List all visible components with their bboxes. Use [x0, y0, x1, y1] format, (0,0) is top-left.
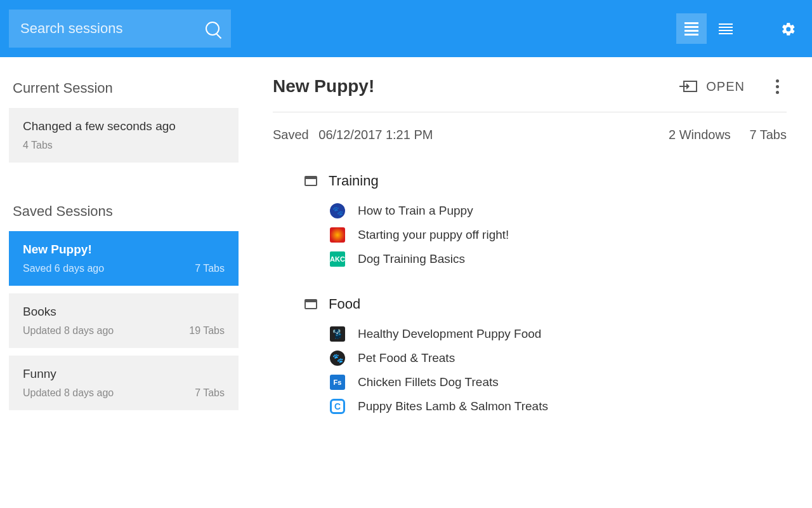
tab-title: Pet Food & Treats	[358, 351, 455, 365]
current-session-card[interactable]: Changed a few seconds ago 4 Tabs	[9, 108, 239, 163]
current-session-subtitle: 4 Tabs	[23, 140, 53, 151]
search-input[interactable]	[20, 20, 200, 37]
saved-label: Saved	[273, 128, 309, 142]
favicon-icon: C	[330, 399, 345, 414]
tab-title: Puppy Bites Lamb & Salmon Treats	[358, 399, 548, 413]
search-icon	[206, 22, 219, 36]
open-button[interactable]: OPEN	[683, 79, 745, 94]
detail-title: New Puppy!	[273, 76, 374, 97]
saved-session-left: Updated 8 days ago	[23, 387, 114, 399]
tabs-count: 7 Tabs	[749, 128, 787, 142]
tab-item[interactable]: FsChicken Fillets Dog Treats	[330, 375, 787, 390]
saved-session-title: Books	[23, 305, 225, 319]
tab-item[interactable]: Healthy Development Puppy Food	[330, 326, 787, 342]
tab-title: Dog Training Basics	[358, 252, 465, 266]
tab-item[interactable]: AKCDog Training Basics	[330, 251, 787, 267]
tab-title: Chicken Fillets Dog Treats	[358, 375, 499, 389]
window-name: Training	[329, 173, 379, 189]
detail-meta: Saved 06/12/2017 1:21 PM 2 Windows 7 Tab…	[273, 128, 787, 142]
saved-session-right: 19 Tabs	[189, 325, 225, 337]
tab-title: Starting your puppy off right!	[358, 228, 509, 242]
lines-thin-icon	[719, 23, 733, 34]
tab-item[interactable]: Pet Food & Treats	[330, 351, 787, 366]
sidebar: Current Session Changed a few seconds ag…	[0, 57, 247, 508]
view-list-button[interactable]	[710, 13, 741, 44]
saved-session-right: 7 Tabs	[195, 263, 225, 274]
window-group: TrainingHow to Train a PuppyStarting you…	[273, 173, 787, 267]
view-compact-button[interactable]	[676, 13, 707, 44]
more-button[interactable]	[768, 79, 787, 94]
favicon-icon	[330, 351, 345, 366]
saved-session-left: Saved 6 days ago	[23, 263, 104, 274]
tab-title: How to Train a Puppy	[358, 204, 473, 218]
saved-session-title: New Puppy!	[23, 243, 225, 257]
window-name: Food	[329, 296, 360, 312]
favicon-icon: AKC	[330, 251, 345, 267]
favicon-icon	[330, 326, 345, 342]
saved-session-right: 7 Tabs	[195, 387, 225, 399]
current-session-heading: Current Session	[13, 80, 239, 97]
favicon-icon	[330, 203, 345, 218]
favicon-icon: Fs	[330, 375, 345, 390]
gear-icon	[781, 22, 795, 36]
saved-sessions-heading: Saved Sessions	[13, 203, 239, 220]
window-icon	[304, 176, 317, 186]
tab-item[interactable]: How to Train a Puppy	[330, 203, 787, 218]
settings-button[interactable]	[773, 13, 803, 44]
search-field[interactable]	[9, 10, 231, 48]
saved-session-card[interactable]: BooksUpdated 8 days ago19 Tabs	[9, 293, 239, 348]
open-icon	[683, 81, 697, 92]
current-session-title: Changed a few seconds ago	[23, 119, 225, 133]
window-group: FoodHealthy Development Puppy FoodPet Fo…	[273, 296, 787, 414]
saved-session-card[interactable]: FunnyUpdated 8 days ago7 Tabs	[9, 356, 239, 410]
favicon-icon	[330, 227, 345, 243]
tab-item[interactable]: Starting your puppy off right!	[330, 227, 787, 243]
saved-session-card[interactable]: New Puppy!Saved 6 days ago7 Tabs	[9, 231, 239, 286]
saved-session-left: Updated 8 days ago	[23, 325, 114, 337]
windows-count: 2 Windows	[669, 128, 731, 142]
saved-time: 06/12/2017 1:21 PM	[318, 128, 433, 142]
lines-icon	[684, 22, 698, 36]
window-icon	[304, 299, 317, 309]
topbar	[0, 0, 812, 57]
tab-title: Healthy Development Puppy Food	[358, 327, 541, 341]
saved-session-title: Funny	[23, 367, 225, 381]
open-label: OPEN	[706, 79, 745, 94]
tab-item[interactable]: CPuppy Bites Lamb & Salmon Treats	[330, 399, 787, 414]
detail-pane: New Puppy! OPEN Saved 06/12/2017 1:21 PM…	[247, 57, 812, 508]
